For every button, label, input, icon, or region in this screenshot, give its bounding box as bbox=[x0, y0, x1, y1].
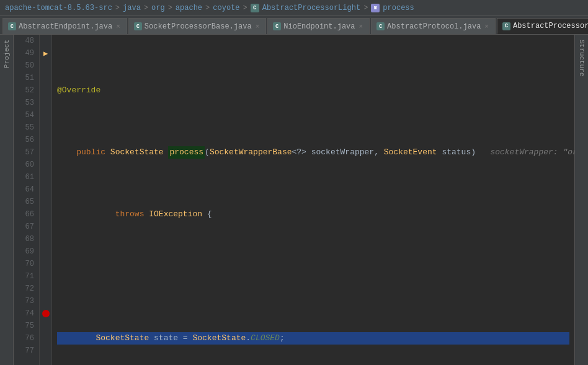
ln-66: 66 bbox=[19, 208, 34, 221]
gutter-70 bbox=[40, 258, 51, 270]
line-numbers: 48 49 50 51 52 53 54 55 56 57 60 61 64 6… bbox=[14, 35, 40, 365]
code-line-51 bbox=[57, 270, 569, 283]
project-tab[interactable]: Project bbox=[2, 35, 12, 73]
gutter-50 bbox=[40, 59, 51, 72]
breadcrumb-apache[interactable]: apache bbox=[176, 4, 202, 12]
ln-73: 73 bbox=[19, 295, 34, 307]
tab-label-4: AbstractProtocol.java bbox=[387, 22, 481, 31]
code-line-50: throws IOException { bbox=[57, 208, 569, 221]
gutter-69 bbox=[40, 245, 51, 258]
gutter-52 bbox=[40, 84, 51, 97]
ln-50: 50 bbox=[19, 59, 34, 72]
gutter-64 bbox=[40, 183, 51, 196]
ln-77: 77 bbox=[19, 345, 34, 357]
code-line-49: public SocketState process(SocketWrapper… bbox=[57, 146, 569, 159]
tab-label-3: NioEndpoint.java bbox=[283, 22, 355, 31]
tab-close-1[interactable]: × bbox=[115, 23, 122, 30]
ln-71: 71 bbox=[19, 270, 34, 283]
tabs-bar: C AbstractEndpoint.java × C SocketProces… bbox=[0, 16, 588, 35]
tab-close-2[interactable]: × bbox=[254, 23, 261, 30]
gutter-75 bbox=[40, 320, 51, 332]
breadcrumb-class[interactable]: AbstractProcessorLight bbox=[262, 4, 360, 12]
ln-52: 52 bbox=[19, 84, 34, 97]
code-lines-container[interactable]: 48 49 50 51 52 53 54 55 56 57 60 61 64 6… bbox=[14, 35, 574, 365]
gutter-71 bbox=[40, 270, 51, 283]
breadcrumb-org[interactable]: org bbox=[151, 4, 165, 12]
gutter-57 bbox=[40, 146, 51, 159]
gutter-53 bbox=[40, 97, 51, 109]
execution-arrow: ▶ bbox=[43, 49, 48, 58]
ln-55: 55 bbox=[19, 121, 34, 134]
code-line-52: SocketState state = SocketState.CLOSED; bbox=[57, 332, 569, 345]
breadcrumb-project[interactable]: apache-tomcat-8.5.63-src bbox=[5, 4, 112, 12]
method-icon: m bbox=[371, 4, 380, 12]
tab-icon-3: C bbox=[273, 22, 281, 30]
annotation-override: @Override bbox=[57, 84, 100, 97]
ln-69: 69 bbox=[19, 245, 34, 258]
gutter-77 bbox=[40, 345, 51, 357]
ln-65: 65 bbox=[19, 196, 34, 208]
tab-close-3[interactable]: × bbox=[358, 23, 365, 30]
tab-socket-processor[interactable]: C SocketProcessorBase.java × bbox=[128, 18, 266, 34]
code-content[interactable]: @Override public SocketState process(Soc… bbox=[52, 35, 574, 365]
tab-abstract-processor-light[interactable]: C AbstractProcessorLight.java × bbox=[497, 18, 588, 34]
breakpoint-74[interactable] bbox=[42, 310, 50, 317]
tab-abstract-endpoint[interactable]: C AbstractEndpoint.java × bbox=[2, 18, 127, 34]
ln-67: 67 bbox=[19, 221, 34, 233]
class-icon: C bbox=[251, 4, 259, 12]
gutter-72 bbox=[40, 283, 51, 295]
gutter-67 bbox=[40, 221, 51, 233]
code-line-48: @Override bbox=[57, 84, 569, 97]
gutter-74[interactable] bbox=[40, 307, 51, 320]
gutter-66 bbox=[40, 208, 51, 221]
breadcrumb-java[interactable]: java bbox=[123, 4, 141, 12]
ln-54: 54 bbox=[19, 109, 34, 121]
structure-tab[interactable]: Structure bbox=[577, 35, 587, 81]
tab-abstract-protocol[interactable]: C AbstractProtocol.java × bbox=[371, 18, 496, 34]
gutter-49: ▶ bbox=[40, 47, 51, 59]
editor-area: Project 48 49 50 51 52 53 54 55 56 57 60… bbox=[0, 35, 588, 365]
gutter-68 bbox=[40, 233, 51, 245]
ln-56: 56 bbox=[19, 134, 34, 146]
ln-74: 74 bbox=[19, 307, 34, 320]
gutter-55 bbox=[40, 121, 51, 134]
breadcrumb-coyote[interactable]: coyote bbox=[213, 4, 239, 12]
gutter-76 bbox=[40, 332, 51, 345]
process-method-highlight: process bbox=[168, 146, 205, 159]
ln-64: 64 bbox=[19, 183, 34, 196]
gutter-73 bbox=[40, 295, 51, 307]
tab-close-4[interactable]: × bbox=[483, 23, 490, 30]
tab-label-1: AbstractEndpoint.java bbox=[19, 22, 112, 31]
ln-72: 72 bbox=[19, 283, 34, 295]
tab-nio-endpoint[interactable]: C NioEndpoint.java × bbox=[267, 18, 370, 34]
tab-icon-4: C bbox=[376, 22, 385, 30]
gutter: ▶ bbox=[40, 35, 52, 365]
ln-68: 68 bbox=[19, 233, 34, 245]
tab-icon-1: C bbox=[8, 22, 16, 30]
code-view: 48 49 50 51 52 53 54 55 56 57 60 61 64 6… bbox=[14, 35, 574, 365]
ln-75: 75 bbox=[19, 320, 34, 332]
gutter-61 bbox=[40, 171, 51, 183]
gutter-51 bbox=[40, 72, 51, 84]
ln-70: 70 bbox=[19, 258, 34, 270]
ln-53: 53 bbox=[19, 97, 34, 109]
gutter-56 bbox=[40, 134, 51, 146]
structure-panel: Structure bbox=[574, 35, 588, 365]
gutter-60 bbox=[40, 159, 51, 171]
ln-48: 48 bbox=[19, 35, 34, 47]
ln-57: 57 bbox=[19, 146, 34, 159]
sep1: > bbox=[115, 4, 120, 12]
tab-icon-2: C bbox=[134, 22, 142, 30]
gutter-54 bbox=[40, 109, 51, 121]
tab-label-2: SocketProcessorBase.java bbox=[145, 22, 252, 31]
breadcrumb-method[interactable]: process bbox=[383, 4, 414, 12]
ln-76: 76 bbox=[19, 332, 34, 345]
side-tabs-left: Project bbox=[0, 35, 14, 365]
gutter-65 bbox=[40, 196, 51, 208]
ln-60: 60 bbox=[19, 159, 34, 171]
tab-label-5: AbstractProcessorLight.java bbox=[513, 22, 588, 30]
ln-61: 61 bbox=[19, 171, 34, 183]
gutter-48 bbox=[40, 35, 51, 47]
ln-49: 49 bbox=[19, 47, 34, 59]
breadcrumb: apache-tomcat-8.5.63-src > java > org > … bbox=[0, 0, 588, 16]
